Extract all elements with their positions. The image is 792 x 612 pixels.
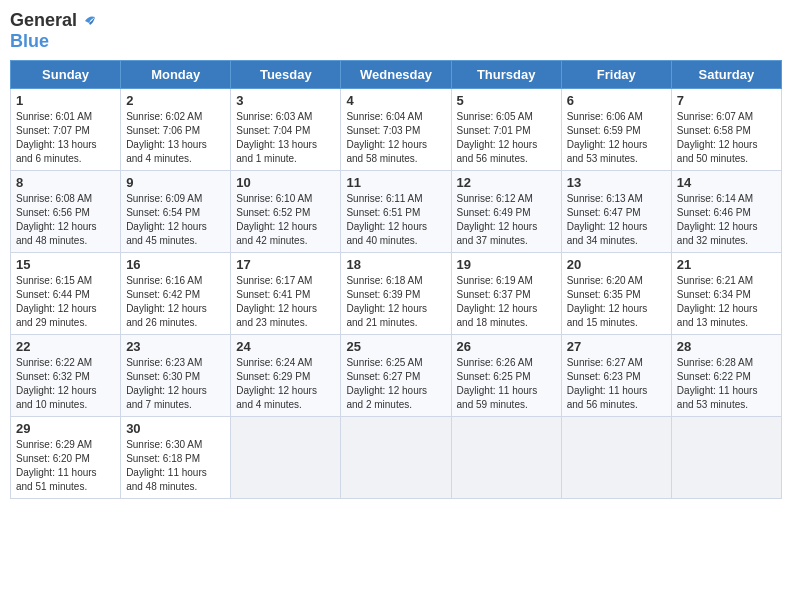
day-number: 16: [126, 257, 225, 272]
day-number: 1: [16, 93, 115, 108]
day-cell-6: 6 Sunrise: 6:06 AMSunset: 6:59 PMDayligh…: [561, 89, 671, 171]
day-info: Sunrise: 6:26 AMSunset: 6:25 PMDaylight:…: [457, 357, 538, 410]
day-cell-16: 16 Sunrise: 6:16 AMSunset: 6:42 PMDaylig…: [121, 253, 231, 335]
day-cell-18: 18 Sunrise: 6:18 AMSunset: 6:39 PMDaylig…: [341, 253, 451, 335]
day-info: Sunrise: 6:08 AMSunset: 6:56 PMDaylight:…: [16, 193, 97, 246]
day-number: 23: [126, 339, 225, 354]
day-number: 15: [16, 257, 115, 272]
day-info: Sunrise: 6:09 AMSunset: 6:54 PMDaylight:…: [126, 193, 207, 246]
day-header-friday: Friday: [561, 61, 671, 89]
day-info: Sunrise: 6:07 AMSunset: 6:58 PMDaylight:…: [677, 111, 758, 164]
calendar-week-1: 1 Sunrise: 6:01 AMSunset: 7:07 PMDayligh…: [11, 89, 782, 171]
day-number: 10: [236, 175, 335, 190]
day-cell-14: 14 Sunrise: 6:14 AMSunset: 6:46 PMDaylig…: [671, 171, 781, 253]
day-info: Sunrise: 6:22 AMSunset: 6:32 PMDaylight:…: [16, 357, 97, 410]
day-header-monday: Monday: [121, 61, 231, 89]
empty-cell: [671, 417, 781, 499]
day-cell-2: 2 Sunrise: 6:02 AMSunset: 7:06 PMDayligh…: [121, 89, 231, 171]
day-number: 17: [236, 257, 335, 272]
day-info: Sunrise: 6:18 AMSunset: 6:39 PMDaylight:…: [346, 275, 427, 328]
day-number: 9: [126, 175, 225, 190]
day-cell-27: 27 Sunrise: 6:27 AMSunset: 6:23 PMDaylig…: [561, 335, 671, 417]
header: General Blue: [10, 10, 782, 52]
day-cell-1: 1 Sunrise: 6:01 AMSunset: 7:07 PMDayligh…: [11, 89, 121, 171]
day-header-saturday: Saturday: [671, 61, 781, 89]
logo-bird-icon: [79, 13, 97, 29]
day-info: Sunrise: 6:05 AMSunset: 7:01 PMDaylight:…: [457, 111, 538, 164]
day-number: 6: [567, 93, 666, 108]
day-info: Sunrise: 6:17 AMSunset: 6:41 PMDaylight:…: [236, 275, 317, 328]
calendar-week-4: 22 Sunrise: 6:22 AMSunset: 6:32 PMDaylig…: [11, 335, 782, 417]
calendar: SundayMondayTuesdayWednesdayThursdayFrid…: [10, 60, 782, 499]
empty-cell: [561, 417, 671, 499]
day-number: 21: [677, 257, 776, 272]
day-number: 5: [457, 93, 556, 108]
day-info: Sunrise: 6:02 AMSunset: 7:06 PMDaylight:…: [126, 111, 207, 164]
day-number: 24: [236, 339, 335, 354]
day-cell-21: 21 Sunrise: 6:21 AMSunset: 6:34 PMDaylig…: [671, 253, 781, 335]
day-info: Sunrise: 6:14 AMSunset: 6:46 PMDaylight:…: [677, 193, 758, 246]
day-number: 13: [567, 175, 666, 190]
day-number: 26: [457, 339, 556, 354]
day-cell-23: 23 Sunrise: 6:23 AMSunset: 6:30 PMDaylig…: [121, 335, 231, 417]
empty-cell: [451, 417, 561, 499]
day-header-tuesday: Tuesday: [231, 61, 341, 89]
empty-cell: [231, 417, 341, 499]
day-number: 7: [677, 93, 776, 108]
empty-cell: [341, 417, 451, 499]
day-cell-12: 12 Sunrise: 6:12 AMSunset: 6:49 PMDaylig…: [451, 171, 561, 253]
day-info: Sunrise: 6:19 AMSunset: 6:37 PMDaylight:…: [457, 275, 538, 328]
day-number: 14: [677, 175, 776, 190]
day-cell-22: 22 Sunrise: 6:22 AMSunset: 6:32 PMDaylig…: [11, 335, 121, 417]
day-number: 3: [236, 93, 335, 108]
day-number: 2: [126, 93, 225, 108]
day-info: Sunrise: 6:21 AMSunset: 6:34 PMDaylight:…: [677, 275, 758, 328]
day-cell-20: 20 Sunrise: 6:20 AMSunset: 6:35 PMDaylig…: [561, 253, 671, 335]
day-cell-26: 26 Sunrise: 6:26 AMSunset: 6:25 PMDaylig…: [451, 335, 561, 417]
day-number: 25: [346, 339, 445, 354]
day-number: 30: [126, 421, 225, 436]
day-cell-7: 7 Sunrise: 6:07 AMSunset: 6:58 PMDayligh…: [671, 89, 781, 171]
day-number: 27: [567, 339, 666, 354]
day-number: 20: [567, 257, 666, 272]
day-number: 18: [346, 257, 445, 272]
day-info: Sunrise: 6:27 AMSunset: 6:23 PMDaylight:…: [567, 357, 648, 410]
day-cell-19: 19 Sunrise: 6:19 AMSunset: 6:37 PMDaylig…: [451, 253, 561, 335]
day-info: Sunrise: 6:04 AMSunset: 7:03 PMDaylight:…: [346, 111, 427, 164]
day-info: Sunrise: 6:16 AMSunset: 6:42 PMDaylight:…: [126, 275, 207, 328]
day-number: 4: [346, 93, 445, 108]
day-cell-28: 28 Sunrise: 6:28 AMSunset: 6:22 PMDaylig…: [671, 335, 781, 417]
day-info: Sunrise: 6:03 AMSunset: 7:04 PMDaylight:…: [236, 111, 317, 164]
day-cell-10: 10 Sunrise: 6:10 AMSunset: 6:52 PMDaylig…: [231, 171, 341, 253]
day-info: Sunrise: 6:13 AMSunset: 6:47 PMDaylight:…: [567, 193, 648, 246]
day-info: Sunrise: 6:28 AMSunset: 6:22 PMDaylight:…: [677, 357, 758, 410]
day-cell-17: 17 Sunrise: 6:17 AMSunset: 6:41 PMDaylig…: [231, 253, 341, 335]
day-info: Sunrise: 6:15 AMSunset: 6:44 PMDaylight:…: [16, 275, 97, 328]
day-header-wednesday: Wednesday: [341, 61, 451, 89]
day-header-sunday: Sunday: [11, 61, 121, 89]
day-cell-3: 3 Sunrise: 6:03 AMSunset: 7:04 PMDayligh…: [231, 89, 341, 171]
day-info: Sunrise: 6:11 AMSunset: 6:51 PMDaylight:…: [346, 193, 427, 246]
day-info: Sunrise: 6:01 AMSunset: 7:07 PMDaylight:…: [16, 111, 97, 164]
day-cell-4: 4 Sunrise: 6:04 AMSunset: 7:03 PMDayligh…: [341, 89, 451, 171]
day-number: 19: [457, 257, 556, 272]
day-cell-5: 5 Sunrise: 6:05 AMSunset: 7:01 PMDayligh…: [451, 89, 561, 171]
day-number: 11: [346, 175, 445, 190]
day-info: Sunrise: 6:10 AMSunset: 6:52 PMDaylight:…: [236, 193, 317, 246]
day-info: Sunrise: 6:24 AMSunset: 6:29 PMDaylight:…: [236, 357, 317, 410]
day-number: 28: [677, 339, 776, 354]
day-number: 22: [16, 339, 115, 354]
calendar-week-2: 8 Sunrise: 6:08 AMSunset: 6:56 PMDayligh…: [11, 171, 782, 253]
day-header-thursday: Thursday: [451, 61, 561, 89]
day-cell-29: 29 Sunrise: 6:29 AMSunset: 6:20 PMDaylig…: [11, 417, 121, 499]
logo-blue: Blue: [10, 31, 49, 52]
day-info: Sunrise: 6:12 AMSunset: 6:49 PMDaylight:…: [457, 193, 538, 246]
day-info: Sunrise: 6:30 AMSunset: 6:18 PMDaylight:…: [126, 439, 207, 492]
day-info: Sunrise: 6:20 AMSunset: 6:35 PMDaylight:…: [567, 275, 648, 328]
logo: General Blue: [10, 10, 97, 52]
day-info: Sunrise: 6:29 AMSunset: 6:20 PMDaylight:…: [16, 439, 97, 492]
day-cell-30: 30 Sunrise: 6:30 AMSunset: 6:18 PMDaylig…: [121, 417, 231, 499]
day-number: 8: [16, 175, 115, 190]
calendar-week-5: 29 Sunrise: 6:29 AMSunset: 6:20 PMDaylig…: [11, 417, 782, 499]
day-cell-13: 13 Sunrise: 6:13 AMSunset: 6:47 PMDaylig…: [561, 171, 671, 253]
